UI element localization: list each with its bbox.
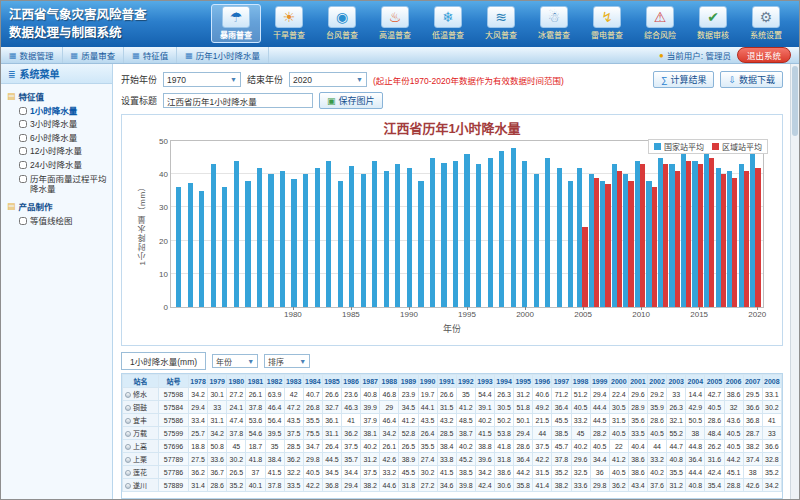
sidebar-item-0-0[interactable]: 1小时降水量	[7, 104, 110, 118]
toolbar-item-label: 雷电普查	[583, 29, 631, 40]
sidebar-item-checkbox[interactable]	[19, 134, 27, 142]
value-cell: 46.4	[265, 401, 284, 414]
x-tick-label: 1980	[284, 310, 302, 319]
sidebar-item-checkbox[interactable]	[19, 175, 27, 183]
bar	[594, 178, 599, 307]
table-row-57584[interactable]: 铜鼓5758429.43324.137.846.447.226.832.746.…	[123, 401, 782, 414]
toolbar-item-hail-survey[interactable]: ☃冰雹普查	[529, 4, 579, 43]
sidebar-item-checkbox[interactable]	[19, 161, 27, 169]
tab-1[interactable]: ▦质量审查	[63, 47, 125, 63]
table-sort-order-select[interactable]: 排序 ▼	[264, 354, 310, 368]
x-tick-label: 1990	[400, 310, 418, 319]
value-cell: 43.6	[724, 414, 743, 427]
toolbar-item-label: 低温普查	[424, 29, 472, 40]
bar-group-2002	[542, 141, 554, 307]
scrollbar-thumb[interactable]	[792, 66, 798, 136]
value-cell: 37.8	[227, 427, 246, 440]
table-sort-field-select[interactable]: 年份 ▼	[212, 354, 258, 368]
value-cell: 40.2	[456, 440, 475, 453]
sidebar-group-label[interactable]: ▤产品制作	[7, 198, 110, 214]
toolbar-item-lightning-survey[interactable]: ↯雷电普查	[582, 4, 632, 43]
value-cell: 30.2	[762, 401, 781, 414]
value-cell: 30.5	[609, 401, 628, 414]
table-row-57696[interactable]: 上高5769618.850.84518.73528.534.726.437.54…	[123, 440, 782, 453]
value-cell: 33.5	[628, 427, 647, 440]
end-year-select[interactable]: 2020 ▼	[289, 72, 367, 87]
save-image-button[interactable]: ▣ 保存图片	[319, 92, 383, 109]
risk-overview-icon: ⚠	[646, 6, 674, 28]
sidebar-item-0-5[interactable]: 历年面雨量过程平均降水量	[7, 172, 110, 196]
value-cell: 36.2	[342, 427, 361, 440]
station-row-icon	[125, 457, 131, 463]
sidebar-item-checkbox[interactable]	[19, 120, 27, 128]
toolbar-item-lowtemp-survey[interactable]: ❄低温普查	[423, 4, 473, 43]
value-cell: 37.9	[361, 414, 380, 427]
toolbar-item-wind-survey[interactable]: ≋大风普查	[476, 4, 526, 43]
start-year-select[interactable]: 1970 ▼	[163, 72, 241, 87]
value-cell: 32.2	[284, 466, 303, 479]
table-row-57786[interactable]: 莲花5778636.236.726.53741.532.240.534.534.…	[123, 466, 782, 479]
sidebar-item-checkbox[interactable]	[19, 147, 27, 155]
bar	[291, 179, 296, 307]
sidebar-item-0-3[interactable]: 12小时降水量	[7, 145, 110, 159]
value-cell: 29.4	[189, 401, 208, 414]
value-cell: 40.5	[590, 440, 609, 453]
value-cell: 55.2	[667, 427, 686, 440]
toolbar-item-typhoon-survey[interactable]: ◉台风普查	[317, 4, 367, 43]
toolbar-item-drought-survey[interactable]: ☀干旱普查	[264, 4, 314, 43]
sidebar-item-0-4[interactable]: 24小时降水量	[7, 159, 110, 173]
value-cell: 36.2	[284, 453, 303, 466]
tab-3[interactable]: ▦历年1小时降水量	[177, 47, 269, 63]
bar	[199, 191, 204, 307]
calc-result-button[interactable]: ∑ 计算结果	[653, 71, 714, 88]
tab-2[interactable]: ▦特征值	[124, 47, 177, 63]
value-cell: 23.9	[399, 388, 418, 401]
col-year-1990: 1990	[418, 375, 437, 388]
toolbar-item-rainstorm-survey[interactable]: ☂暴雨普查	[211, 4, 261, 43]
table-row-57789[interactable]: 上栗5778927.533.630.241.838.436.229.844.53…	[123, 453, 782, 466]
toolbar-item-data-audit[interactable]: ✔数据审核	[688, 4, 738, 43]
value-cell: 34.6	[437, 479, 456, 492]
value-cell: 33.2	[648, 453, 667, 466]
value-cell: 31.2	[514, 388, 533, 401]
station-row-icon	[125, 444, 131, 450]
tab-0[interactable]: ▦数据管理	[1, 47, 63, 63]
value-cell: 44.5	[590, 414, 609, 427]
col-year-1992: 1992	[456, 375, 475, 388]
value-cell: 40.2	[475, 414, 494, 427]
table-row-57586[interactable]: 宜丰5758633.431.147.453.656.443.535.536.14…	[123, 414, 782, 427]
x-axis-title: 年份	[130, 322, 774, 335]
bar	[652, 187, 657, 307]
sidebar-item-0-1[interactable]: 3小时降水量	[7, 118, 110, 132]
table-row-57598[interactable]: 修水5759834.230.127.226.163.94240.726.623.…	[123, 388, 782, 401]
data-download-button[interactable]: ⇩ 数据下载	[720, 71, 783, 88]
sidebar-item-checkbox[interactable]	[19, 217, 27, 225]
toolbar-item-hightemp-survey[interactable]: ♨高温普查	[370, 4, 420, 43]
sidebar-item-checkbox[interactable]	[19, 107, 27, 115]
bar	[511, 148, 516, 307]
value-cell: 38.2	[552, 479, 571, 492]
value-cell: 33.1	[762, 388, 781, 401]
value-cell: 40.8	[667, 453, 686, 466]
table-row-57599[interactable]: 万载5759925.734.237.854.639.537.575.531.13…	[123, 427, 782, 440]
exit-system-button[interactable]: 退出系统	[737, 47, 791, 63]
toolbar-item-risk-overview[interactable]: ⚠综合风险	[635, 4, 685, 43]
hightemp-survey-icon: ♨	[381, 6, 409, 28]
value-cell: 33.4	[189, 414, 208, 427]
sidebar-item-0-2[interactable]: 6小时降水量	[7, 131, 110, 145]
sidebar-group-label[interactable]: ▤特征值	[7, 88, 110, 104]
value-cell: 38.6	[628, 453, 647, 466]
value-cell: 42.6	[380, 453, 399, 466]
chart-title-input[interactable]	[163, 93, 313, 108]
toolbar-item-system-settings[interactable]: ⚙系统设置	[741, 4, 791, 43]
value-cell: 44	[533, 427, 552, 440]
value-cell: 54.6	[246, 427, 265, 440]
value-cell: 45.5	[399, 466, 418, 479]
value-cell: 41	[762, 414, 781, 427]
sidebar-item-1-0[interactable]: 等值线绘图	[7, 214, 110, 228]
page-scrollbar[interactable]	[790, 64, 799, 499]
toolbar-item-label: 台风普查	[318, 29, 366, 40]
x-tick	[351, 307, 352, 310]
col-year-2007: 2007	[743, 375, 762, 388]
table-row-57889[interactable]: 遂川5788931.428.635.240.137.833.542.236.82…	[123, 479, 782, 492]
